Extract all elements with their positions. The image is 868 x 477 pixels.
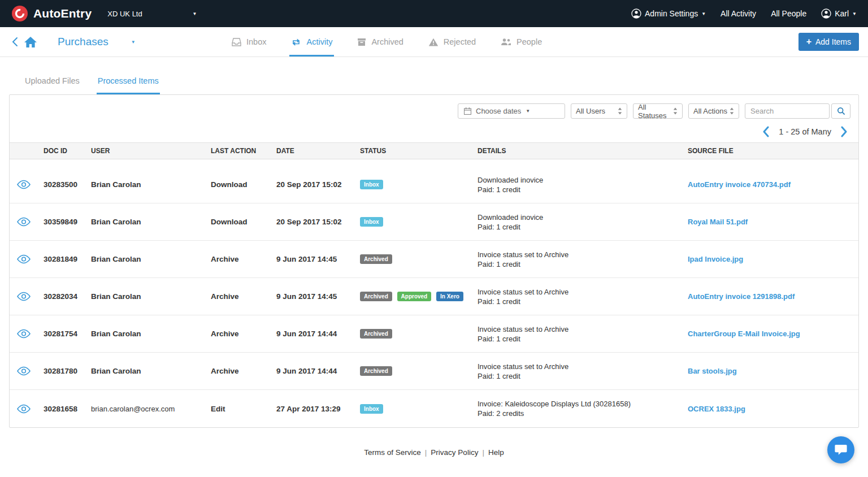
table-header: DOC ID USER LAST ACTION DATE STATUS DETA…	[10, 142, 858, 159]
view-document-icon[interactable]	[10, 180, 44, 189]
tab-label: People	[517, 37, 542, 46]
subtabs: Uploaded Files Processed Items	[0, 72, 868, 94]
subtab-label: Uploaded Files	[25, 76, 80, 85]
details: Invoice status set to Archive Paid: 1 cr…	[478, 287, 688, 306]
admin-settings-menu[interactable]: Admin Settings ▼	[631, 8, 706, 19]
tab-activity[interactable]: Activity	[289, 27, 334, 57]
col-user: USER	[91, 147, 211, 155]
users-filter-select[interactable]: All Users	[571, 103, 627, 119]
search-icon	[837, 107, 845, 115]
home-icon[interactable]	[24, 36, 37, 48]
details-line2: Paid: 1 credit	[478, 222, 682, 232]
details-line1: Invoice: Kaleidoscope Displays Ltd (3028…	[478, 399, 682, 409]
choose-dates-button[interactable]: Choose dates ▼	[458, 103, 565, 119]
view-document-icon[interactable]	[10, 217, 44, 227]
chevron-down-icon[interactable]: ▼	[131, 40, 136, 45]
statuses-filter-select[interactable]: All Statuses	[633, 103, 683, 119]
chevron-down-icon: ▼	[701, 11, 706, 16]
all-people-link[interactable]: All People	[771, 9, 806, 18]
activity-icon	[291, 38, 301, 46]
chat-launcher-button[interactable]	[827, 436, 854, 463]
details-line1: Invoice status set to Archive	[478, 287, 682, 297]
source-file-link[interactable]: Ipad Invoice.jpg	[688, 255, 858, 263]
tab-inbox[interactable]: Inbox	[230, 27, 268, 57]
add-items-label: Add Items	[815, 37, 851, 46]
actions-filter-select[interactable]: All Actions	[688, 103, 739, 119]
details: Invoice: Kaleidoscope Displays Ltd (3028…	[478, 399, 688, 418]
tab-people[interactable]: People	[499, 27, 544, 57]
autoentry-logo-icon	[11, 5, 28, 22]
date: 20 Sep 2017 15:02	[276, 218, 360, 226]
doc-id: 30283500	[44, 180, 91, 189]
tab-label: Rejected	[444, 37, 476, 46]
user: Brian Carolan	[91, 367, 211, 375]
details-line1: Downloaded inovice	[478, 175, 682, 185]
next-page-icon[interactable]	[840, 126, 848, 137]
footer: Terms of Service|Privacy Policy|Help	[0, 448, 868, 457]
tab-rejected[interactable]: Rejected	[427, 27, 478, 57]
source-file-link[interactable]: CharterGroup E-Mail Invoice.jpg	[688, 329, 858, 338]
search-input[interactable]	[745, 103, 830, 119]
page-header: Purchases ▼ Inbox Activity	[0, 27, 868, 57]
col-details: DETAILS	[478, 147, 688, 155]
col-source-file: SOURCE FILE	[688, 147, 858, 155]
details-line1: Downloaded inovice	[478, 213, 682, 222]
details-line1: Invoice status set to Archive	[478, 324, 682, 334]
chevron-down-icon: ▼	[852, 11, 857, 16]
user-circle-icon	[631, 8, 641, 19]
plus-icon: +	[806, 37, 811, 46]
status-badge: In Xero	[436, 292, 463, 301]
col-doc-id: DOC ID	[44, 147, 91, 155]
choose-dates-label: Choose dates	[476, 107, 521, 115]
updown-caret-icon	[618, 107, 622, 115]
footer-separator: |	[482, 448, 484, 457]
details-line2: Paid: 1 credit	[478, 297, 682, 306]
top-navbar: AutoEntry XD UK Ltd ▼ Admin Settings ▼ A…	[0, 0, 868, 27]
last-action: Archive	[211, 329, 276, 338]
details-line2: Paid: 2 credits	[478, 409, 682, 418]
subtab-uploaded-files[interactable]: Uploaded Files	[24, 72, 81, 94]
user: Brian Carolan	[91, 218, 211, 226]
status-cell: Inbox	[360, 404, 478, 414]
status-cell: Inbox	[360, 180, 478, 189]
view-document-icon[interactable]	[10, 329, 44, 339]
source-file-link[interactable]: Royal Mail 51.pdf	[688, 218, 858, 226]
people-icon	[501, 38, 511, 46]
company-selector[interactable]: XD UK Ltd ▼	[107, 10, 197, 18]
table-row: 30281658 brian.carolan@ocrex.com Edit 27…	[10, 390, 858, 427]
source-file-link[interactable]: AutoEntry invoice 470734.pdf	[688, 180, 858, 189]
status-cell: Inbox	[360, 217, 478, 227]
privacy-policy-link[interactable]: Privacy Policy	[431, 448, 478, 457]
subtab-processed-items[interactable]: Processed Items	[97, 72, 160, 94]
status-badge: Inbox	[360, 180, 383, 189]
admin-settings-label: Admin Settings	[645, 9, 698, 18]
last-action: Edit	[211, 405, 276, 413]
details-line2: Paid: 1 credit	[478, 334, 682, 344]
user-menu[interactable]: Karl ▼	[821, 8, 857, 19]
search-button[interactable]	[831, 103, 850, 119]
view-document-icon[interactable]	[10, 292, 44, 301]
terms-of-service-link[interactable]: Terms of Service	[364, 448, 421, 457]
back-chevron-icon[interactable]	[11, 37, 18, 47]
col-date: DATE	[276, 147, 360, 155]
date: 9 Jun 2017 14:45	[276, 255, 360, 263]
previous-page-icon[interactable]	[762, 126, 770, 137]
details-line2: Paid: 1 credit	[478, 185, 682, 194]
view-document-icon[interactable]	[10, 254, 44, 264]
page-title[interactable]: Purchases	[58, 36, 108, 48]
help-link[interactable]: Help	[488, 448, 504, 457]
table-row: 30282034 Brian Carolan Archive 9 Jun 201…	[10, 278, 858, 315]
all-activity-link[interactable]: All Activity	[721, 9, 756, 18]
last-action: Archive	[211, 292, 276, 301]
actions-filter-value: All Actions	[693, 107, 727, 115]
view-document-icon[interactable]	[10, 366, 44, 376]
status-badge: Archived	[360, 254, 392, 264]
add-items-button[interactable]: + Add Items	[798, 33, 859, 51]
view-document-icon[interactable]	[10, 404, 44, 414]
source-file-link[interactable]: OCREX 1833.jpg	[688, 405, 858, 413]
all-activity-label: All Activity	[721, 9, 756, 18]
source-file-link[interactable]: AutoEntry invoice 1291898.pdf	[688, 292, 858, 301]
col-status: STATUS	[360, 147, 478, 155]
tab-archived[interactable]: Archived	[355, 27, 405, 57]
source-file-link[interactable]: Bar stools.jpg	[688, 367, 858, 375]
